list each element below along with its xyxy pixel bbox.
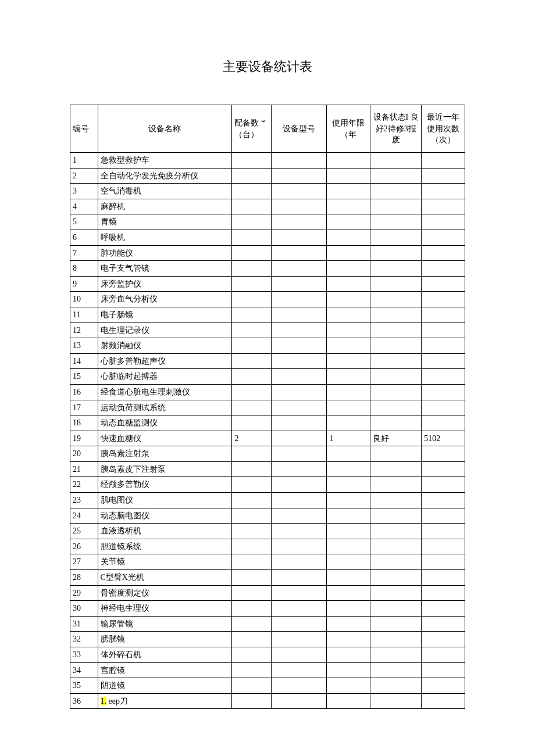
cell-years xyxy=(327,508,370,524)
cell-usage xyxy=(422,461,465,477)
cell-years xyxy=(327,184,370,199)
table-row: 12电生理记录仪 xyxy=(70,323,465,338)
cell-model xyxy=(272,632,327,647)
table-row: 21胰岛素皮下注射泵 xyxy=(70,461,465,477)
cell-name: 胰岛素注射泵 xyxy=(98,446,232,462)
cell-usage xyxy=(422,632,465,647)
cell-name: 心脏临时起搏器 xyxy=(98,369,232,385)
cell-name: 电子支气管镜 xyxy=(98,261,232,277)
cell-qty xyxy=(232,230,272,245)
cell-model xyxy=(272,554,327,570)
cell-years xyxy=(327,693,370,709)
cell-status xyxy=(370,261,422,277)
cell-name: 麻醉机 xyxy=(98,199,232,214)
cell-usage xyxy=(422,307,465,323)
cell-status xyxy=(370,184,422,199)
cell-status xyxy=(370,678,422,694)
cell-name: 动态血糖监测仪 xyxy=(98,415,232,431)
name-rest: eep刀 xyxy=(106,697,128,705)
cell-qty xyxy=(232,446,272,462)
cell-usage xyxy=(422,678,465,694)
cell-name: 阴道镜 xyxy=(98,678,232,694)
cell-qty xyxy=(232,369,272,385)
cell-usage xyxy=(422,524,465,539)
cell-qty xyxy=(232,524,272,539)
cell-name: 快速血糖仪 xyxy=(98,431,232,446)
cell-model xyxy=(272,539,327,554)
cell-status xyxy=(370,307,422,323)
table-row: 32膀胱镜 xyxy=(70,632,465,647)
cell-status xyxy=(370,415,422,431)
table-row: 27关节镜 xyxy=(70,554,465,570)
cell-status xyxy=(370,632,422,647)
cell-years xyxy=(327,632,370,647)
cell-status xyxy=(370,461,422,477)
cell-years xyxy=(327,353,370,369)
cell-years xyxy=(327,446,370,462)
cell-qty xyxy=(232,214,272,230)
cell-years xyxy=(327,245,370,261)
table-row: 16经食道心脏电生理刺激仪 xyxy=(70,384,465,400)
cell-usage xyxy=(422,323,465,338)
cell-qty xyxy=(232,508,272,524)
cell-id: 16 xyxy=(70,384,98,400)
cell-qty xyxy=(232,570,272,586)
table-row: 11电子肠镜 xyxy=(70,307,465,323)
cell-id: 21 xyxy=(70,461,98,477)
cell-qty xyxy=(232,539,272,554)
cell-qty xyxy=(232,168,272,184)
cell-name: 宫腔镜 xyxy=(98,662,232,678)
cell-years xyxy=(327,585,370,601)
cell-id: 33 xyxy=(70,647,98,663)
cell-status xyxy=(370,214,422,230)
table-row: 25血液透析机 xyxy=(70,524,465,539)
cell-qty xyxy=(232,338,272,354)
cell-usage xyxy=(422,168,465,184)
cell-model xyxy=(272,662,327,678)
cell-model xyxy=(272,307,327,323)
cell-name: 运动负荷测试系统 xyxy=(98,400,232,415)
cell-years xyxy=(327,662,370,678)
highlight-text: 1. xyxy=(101,697,107,705)
cell-name: 肌电图仪 xyxy=(98,493,232,508)
table-row: 15心脏临时起搏器 xyxy=(70,369,465,385)
cell-qty xyxy=(232,678,272,694)
cell-status: 良好 xyxy=(370,431,422,446)
table-header-row: 编号 设备名称 配备数 *（台） 设备型号 使用年限（年 设备状态I 良好2待修… xyxy=(70,105,465,153)
cell-model xyxy=(272,678,327,694)
cell-status xyxy=(370,230,422,245)
cell-status xyxy=(370,153,422,169)
table-row: 5胃镜 xyxy=(70,214,465,230)
cell-usage xyxy=(422,199,465,214)
table-row: 31输尿管镜 xyxy=(70,616,465,632)
cell-usage xyxy=(422,508,465,524)
cell-id: 6 xyxy=(70,230,98,245)
cell-qty xyxy=(232,616,272,632)
table-row: 22经颅多普勒仪 xyxy=(70,477,465,493)
cell-id: 28 xyxy=(70,570,98,586)
cell-name: 胰岛素皮下注射泵 xyxy=(98,461,232,477)
cell-years xyxy=(327,199,370,214)
cell-status xyxy=(370,338,422,354)
cell-years xyxy=(327,678,370,694)
cell-model xyxy=(272,477,327,493)
cell-model xyxy=(272,245,327,261)
cell-status xyxy=(370,647,422,663)
cell-qty xyxy=(232,276,272,292)
cell-id: 23 xyxy=(70,493,98,508)
cell-model xyxy=(272,585,327,601)
cell-model xyxy=(272,508,327,524)
cell-qty xyxy=(232,245,272,261)
table-row: 35阴道镜 xyxy=(70,678,465,694)
cell-model xyxy=(272,601,327,617)
cell-years xyxy=(327,400,370,415)
cell-qty xyxy=(232,585,272,601)
cell-model xyxy=(272,168,327,184)
cell-name: 射频消融仪 xyxy=(98,338,232,354)
cell-status xyxy=(370,245,422,261)
cell-usage xyxy=(422,400,465,415)
cell-model xyxy=(272,384,327,400)
cell-usage xyxy=(422,338,465,354)
table-row: 29骨密度测定仪 xyxy=(70,585,465,601)
cell-years xyxy=(327,554,370,570)
